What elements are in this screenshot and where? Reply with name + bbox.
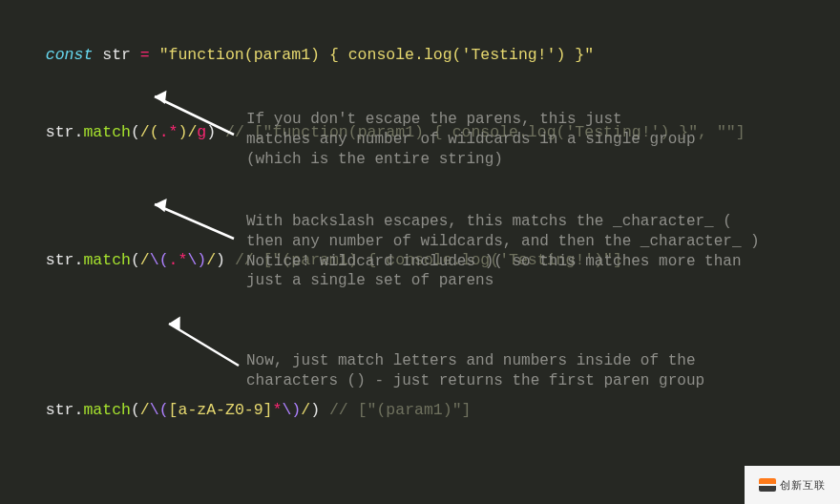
- watermark-logo-icon: [759, 478, 776, 492]
- call-open-paren: (: [131, 401, 140, 419]
- regex-group-close: ): [178, 123, 187, 141]
- regex-delim-close: /: [187, 123, 197, 141]
- dot-accessor: .: [74, 251, 84, 269]
- call-close-paren: ): [216, 251, 225, 269]
- regex-star: *: [178, 251, 187, 269]
- method-match: match: [83, 123, 131, 141]
- regex-escape-close-paren: \): [187, 251, 206, 269]
- variable-ref: str: [46, 251, 74, 269]
- regex-delim-close: /: [301, 401, 310, 419]
- regex-escape-close-paren: \): [282, 401, 301, 419]
- regex-delim-open: /: [140, 401, 150, 419]
- comment-result-3: // ["(param1)"]: [320, 401, 471, 419]
- regex-group-open: (: [150, 123, 159, 141]
- regex-star: *: [169, 123, 178, 141]
- variable-name: str: [93, 46, 140, 64]
- regex-delim-close: /: [206, 251, 216, 269]
- operator-equals: =: [140, 46, 150, 64]
- regex-flag-g: g: [197, 123, 206, 141]
- regex-escape-open-paren: \(: [150, 401, 169, 419]
- method-match: match: [83, 401, 131, 419]
- call-open-paren: (: [131, 251, 140, 269]
- call-open-paren: (: [131, 123, 140, 141]
- regex-char-class: [a-zA-Z0-9]: [169, 401, 273, 419]
- call-close-paren: ): [206, 123, 216, 141]
- variable-ref: str: [46, 123, 74, 141]
- keyword-const: const: [46, 46, 94, 64]
- dot-accessor: .: [74, 123, 84, 141]
- string-literal: "function(param1) { console.log('Testing…: [150, 46, 594, 64]
- regex-star: *: [273, 401, 283, 419]
- regex-dot: .: [169, 251, 178, 269]
- watermark-text: 创新互联: [780, 478, 826, 492]
- variable-ref: str: [46, 401, 74, 419]
- call-close-paren: ): [310, 401, 320, 419]
- annotation-1: If you don't escape the parens, this jus…: [246, 110, 809, 169]
- regex-escape-open-paren: \(: [150, 251, 169, 269]
- watermark: 创新互联: [745, 466, 840, 504]
- annotation-2: With backslash escapes, this matchs the …: [246, 212, 819, 291]
- regex-delim-open: /: [140, 123, 150, 141]
- annotation-3: Now, just match letters and numbers insi…: [246, 351, 819, 391]
- code-line-declaration: const str = "function(param1) { console.…: [27, 25, 813, 66]
- dot-accessor: .: [74, 401, 84, 419]
- regex-delim-open: /: [140, 251, 150, 269]
- method-match: match: [83, 251, 131, 269]
- regex-dot: .: [159, 123, 169, 141]
